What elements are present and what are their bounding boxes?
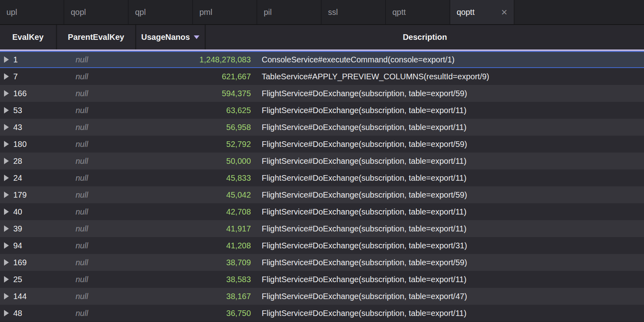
evalkey-value: 53 [13,106,22,115]
usage-nanos-value: 41,208 [170,241,257,250]
tab-qopl[interactable]: qopl [64,0,129,24]
evalkey-cell: 7 [0,72,71,81]
description-value: FlightService#DoExchange(subscription, t… [257,140,644,149]
tab-label: upl [6,8,17,17]
tab-label: ssl [328,8,338,17]
tab-qptt[interactable]: qptt [386,0,450,24]
evalkey-value: 180 [13,140,27,149]
description-value: FlightService#DoExchange(subscription, t… [257,123,644,132]
expand-row-icon[interactable] [4,56,9,63]
tab-label: qptt [392,8,406,17]
expand-row-icon[interactable] [4,141,9,147]
expand-row-icon[interactable] [4,293,9,299]
close-icon[interactable]: × [501,8,507,16]
table-row[interactable]: 180 null 52,792 FlightService#DoExchange… [0,136,644,153]
usage-nanos-value: 42,708 [170,207,257,217]
expand-row-icon[interactable] [4,175,9,181]
column-header-label: ParentEvalKey [68,33,124,42]
tab-pil[interactable]: pil [257,0,322,24]
description-value: FlightService#DoExchange(subscription, t… [257,106,644,115]
table-row[interactable]: 40 null 42,708 FlightService#DoExchange(… [0,203,644,220]
tab-qpl[interactable]: qpl [129,0,193,24]
table-body: 1 null 1,248,278,083 ConsoleService#exec… [0,51,644,322]
table-row[interactable]: 94 null 41,208 FlightService#DoExchange(… [0,237,644,254]
table-row[interactable]: 144 null 38,167 FlightService#DoExchange… [0,288,644,305]
column-header-label: EvalKey [12,33,44,42]
expand-row-icon[interactable] [4,124,9,130]
tab-pml[interactable]: pml [193,0,257,24]
table-row[interactable]: 25 null 38,583 FlightService#DoExchange(… [0,271,644,288]
evalkey-value: 179 [13,190,27,200]
parent-evalkey-value: null [71,89,170,98]
column-header-evalkey[interactable]: EvalKey [0,25,57,50]
usage-nanos-value: 45,042 [170,190,257,200]
evalkey-value: 48 [13,309,22,318]
expand-row-icon[interactable] [4,310,9,316]
column-header-description[interactable]: Description [206,25,644,50]
parent-evalkey-value: null [71,241,170,250]
evalkey-cell: 43 [0,123,71,132]
expand-row-icon[interactable] [4,276,9,283]
parent-evalkey-value: null [71,224,170,233]
usage-nanos-value: 45,833 [170,173,257,183]
usage-nanos-value: 36,750 [170,309,257,318]
table-row[interactable]: 169 null 38,709 FlightService#DoExchange… [0,254,644,271]
expand-row-icon[interactable] [4,107,9,114]
table-row[interactable]: 179 null 45,042 FlightService#DoExchange… [0,186,644,203]
column-header-label: Description [403,33,447,42]
table-row[interactable]: 7 null 621,667 TableService#APPLY_PREVIE… [0,68,644,85]
description-value: FlightService#DoExchange(subscription, t… [257,224,644,233]
parent-evalkey-value: null [71,258,170,267]
tab-ssl[interactable]: ssl [322,0,386,24]
table-row[interactable]: 166 null 594,375 FlightService#DoExchang… [0,85,644,102]
evalkey-value: 39 [13,224,22,233]
parent-evalkey-value: null [71,123,170,132]
description-value: FlightService#DoExchange(subscription, t… [257,241,644,250]
expand-row-icon[interactable] [4,225,9,232]
expand-row-icon[interactable] [4,242,9,249]
table-row[interactable]: 1 null 1,248,278,083 ConsoleService#exec… [0,51,644,68]
evalkey-cell: 40 [0,207,71,217]
tab-upl[interactable]: upl [0,0,64,24]
description-value: FlightService#DoExchange(subscription, t… [257,207,644,217]
tab-qoptt[interactable]: qoptt × [450,0,515,24]
table-row[interactable]: 43 null 56,958 FlightService#DoExchange(… [0,119,644,136]
table-row[interactable]: 39 null 41,917 FlightService#DoExchange(… [0,220,644,237]
tab-label: pil [264,8,272,17]
parent-evalkey-value: null [71,72,170,81]
parent-evalkey-value: null [71,140,170,149]
expand-row-icon[interactable] [4,158,9,164]
table-row[interactable]: 53 null 63,625 FlightService#DoExchange(… [0,102,644,119]
evalkey-cell: 1 [0,55,71,64]
table-row[interactable]: 48 null 36,750 FlightService#DoExchange(… [0,305,644,322]
table-row[interactable]: 28 null 50,000 FlightService#DoExchange(… [0,153,644,169]
evalkey-cell: 25 [0,275,71,284]
expand-row-icon[interactable] [4,208,9,215]
table-header: EvalKey ParentEvalKey UsageNanos Descrip… [0,25,644,50]
tab-label: qopl [71,8,86,17]
expand-row-icon[interactable] [4,259,9,266]
evalkey-value: 144 [13,292,27,301]
parent-evalkey-value: null [71,106,170,115]
evalkey-value: 28 [13,157,22,166]
table-row[interactable]: 24 null 45,833 FlightService#DoExchange(… [0,169,644,186]
evalkey-value: 24 [13,173,22,183]
description-value: FlightService#DoExchange(subscription, t… [257,190,644,200]
evalkey-cell: 169 [0,258,71,267]
usage-nanos-value: 594,375 [170,89,257,98]
evalkey-value: 1 [13,55,18,64]
expand-row-icon[interactable] [4,90,9,97]
sort-desc-icon [194,35,199,39]
column-header-usagenanos[interactable]: UsageNanos [136,25,206,50]
column-header-label: UsageNanos [141,33,190,42]
evalkey-value: 43 [13,123,22,132]
evalkey-value: 169 [13,258,27,267]
evalkey-value: 166 [13,89,27,98]
expand-row-icon[interactable] [4,192,9,198]
tab-label: pml [199,8,212,17]
evalkey-value: 7 [13,72,18,81]
usage-nanos-value: 56,958 [170,123,257,132]
description-value: TableService#APPLY_PREVIEW_COLUMNS(resul… [257,72,644,81]
expand-row-icon[interactable] [4,73,9,80]
column-header-parentevalkey[interactable]: ParentEvalKey [57,25,136,50]
